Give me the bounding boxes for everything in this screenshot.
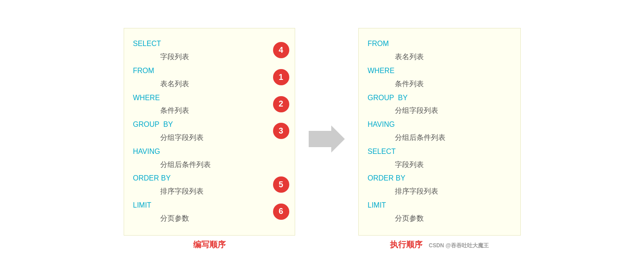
indent-from-left: 表名列表 (133, 78, 281, 91)
left-row-select: SELECT 字段列表 4 (133, 37, 281, 64)
indent-orderby-left: 排序字段列表 (133, 185, 281, 198)
right-row-groupby: GROUP BY 分组字段列表 (368, 92, 507, 118)
keyword-groupby-right: GROUP BY (368, 94, 408, 102)
keyword-limit-left: LIMIT (133, 201, 152, 209)
indent-limit-right: 分页参数 (368, 212, 507, 225)
indent-where-right: 条件列表 (368, 78, 507, 91)
left-row-groupby: GROUP BY 分组字段列表 3 (133, 118, 281, 144)
badge-5: 5 (273, 176, 289, 193)
keyword-from-right: FROM (368, 40, 389, 47)
arrow-icon (309, 125, 345, 153)
right-sql-box: FROM 表名列表 WHERE 条件列表 GROUP BY (358, 28, 521, 235)
keyword-where-right: WHERE (368, 67, 395, 74)
left-row-limit: LIMIT 分页参数 6 (133, 199, 281, 225)
keyword-where-left: WHERE (133, 94, 160, 102)
indent-select-left: 字段列表 (133, 51, 281, 64)
right-row-select: SELECT 字段列表 (368, 145, 507, 171)
indent-having-right: 分组后条件列表 (368, 131, 507, 144)
left-row-where: WHERE 条件列表 2 (133, 92, 281, 118)
main-container: SELECT 字段列表 4 FROM 表名列表 1 WH (0, 0, 644, 278)
keyword-having-right: HAVING (368, 120, 395, 128)
badge-6: 6 (273, 204, 289, 220)
keyword-select-left: SELECT (133, 40, 161, 47)
arrow-container (309, 125, 345, 153)
indent-where-left: 条件列表 (133, 104, 281, 117)
left-box-wrapper: SELECT 字段列表 4 FROM 表名列表 1 WH (124, 28, 295, 250)
badge-4: 4 (273, 42, 289, 58)
badge-3: 3 (273, 123, 289, 139)
csdn-attribution: CSDN @吞吞吐吐大魔王 (429, 242, 489, 250)
right-caption-row: 执行顺序 CSDN @吞吞吐吐大魔王 (390, 239, 489, 250)
right-row-from: FROM 表名列表 (368, 37, 507, 64)
indent-orderby-right: 排序字段列表 (368, 185, 507, 198)
right-row-having: HAVING 分组后条件列表 (368, 118, 507, 144)
keyword-having-left: HAVING (133, 148, 160, 155)
indent-having-left: 分组后条件列表 (133, 158, 281, 171)
left-caption: 编写顺序 (193, 239, 226, 250)
keyword-select-right: SELECT (368, 148, 396, 155)
badge-2: 2 (273, 96, 289, 112)
right-caption-text: 执行顺序 (390, 239, 422, 250)
right-box-wrapper: FROM 表名列表 WHERE 条件列表 GROUP BY (358, 28, 521, 250)
keyword-groupby-left: GROUP BY (133, 120, 173, 128)
left-row-orderby: ORDER BY 排序字段列表 5 (133, 172, 281, 198)
right-row-limit: LIMIT 分页参数 (368, 199, 507, 225)
right-row-orderby: ORDER BY 排序字段列表 (368, 172, 507, 198)
indent-limit-left: 分页参数 (133, 212, 281, 225)
badge-1: 1 (273, 69, 289, 85)
indent-select-right: 字段列表 (368, 158, 507, 171)
right-row-where: WHERE 条件列表 (368, 65, 507, 91)
indent-groupby-right: 分组字段列表 (368, 104, 507, 117)
keyword-limit-right: LIMIT (368, 201, 386, 209)
keyword-orderby-left: ORDER BY (133, 174, 171, 182)
svg-marker-0 (309, 125, 345, 153)
keyword-orderby-right: ORDER BY (368, 174, 406, 182)
indent-groupby-left: 分组字段列表 (133, 131, 281, 144)
left-sql-box: SELECT 字段列表 4 FROM 表名列表 1 WH (124, 28, 295, 235)
keyword-from-left: FROM (133, 67, 154, 74)
left-row-having: HAVING 分组后条件列表 (133, 145, 281, 171)
left-row-from: FROM 表名列表 1 (133, 65, 281, 91)
indent-from-right: 表名列表 (368, 51, 507, 64)
